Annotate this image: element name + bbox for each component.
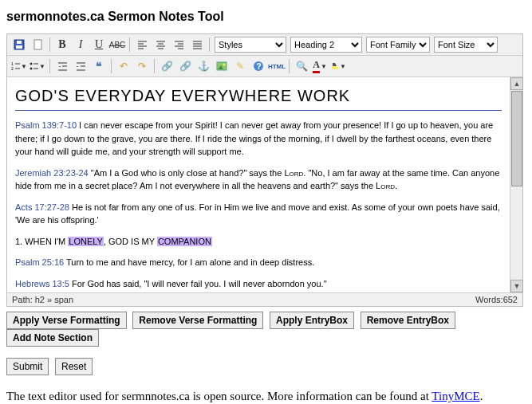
save-icon[interactable] (10, 36, 28, 53)
svg-point-24 (30, 62, 33, 65)
word-count: Words:652 (475, 295, 518, 304)
forecolor-button[interactable]: A▼ (311, 57, 329, 75)
help-button[interactable]: ? (250, 57, 267, 75)
format-select[interactable]: Heading 2 (290, 37, 362, 53)
undo-button[interactable]: ↶ (115, 57, 132, 75)
verse-paragraph: Acts 17:27-28 He is not far from any one… (15, 201, 502, 227)
entry-box: LONELY (68, 237, 104, 246)
align-justify-button[interactable] (188, 36, 206, 53)
verse-ref: Jeremiah 23:23-24 (15, 168, 89, 178)
verse-ref: Psalm 25:16 (15, 257, 64, 267)
svg-rect-3 (34, 40, 41, 49)
font-family-select[interactable]: Font Family (366, 37, 430, 53)
svg-marker-42 (333, 63, 337, 66)
find-button[interactable]: 🔍 (293, 57, 310, 75)
indent-button[interactable] (72, 57, 89, 75)
verse-paragraph: Psalm 139:7-10 I can never escape from y… (15, 119, 502, 159)
content-area: GOD'S EVERYDAY EVERYWHERE WORK Psalm 139… (7, 77, 522, 292)
newdoc-icon[interactable] (29, 36, 46, 53)
styles-select[interactable]: Styles (215, 37, 286, 53)
tinymce-link[interactable]: TinyMCE (432, 390, 479, 402)
align-center-button[interactable] (152, 36, 169, 53)
svg-marker-33 (77, 66, 79, 67)
apply-entrybox-button[interactable]: Apply EntryBox (270, 312, 354, 329)
apply-verse-button[interactable]: Apply Verse Formatting (6, 312, 127, 329)
italic-button[interactable]: I (72, 36, 89, 53)
separator (209, 37, 210, 52)
align-left-button[interactable] (133, 36, 151, 53)
blockquote-button[interactable]: ❝ (90, 57, 108, 75)
verse-paragraph: Jeremiah 23:23-24 "Am I a God who is onl… (15, 167, 502, 193)
add-note-section-button[interactable]: Add Note Section (6, 329, 99, 347)
anchor-button[interactable]: ⚓ (195, 57, 212, 75)
redo-button[interactable]: ↷ (133, 57, 151, 75)
toolbar-row-2: 12▼ ▼ ❝ ↶ ↷ 🔗 🔗 ⚓ ✎ ? HTML 🔍 A▼ ▼ (7, 56, 522, 77)
unordered-list-button[interactable]: ▼ (29, 57, 46, 75)
remove-verse-button[interactable]: Remove Verse Formatting (132, 312, 263, 329)
verse-ref: Psalm 139:7-10 (15, 120, 77, 130)
submit-button[interactable]: Submit (6, 358, 49, 375)
link-button[interactable]: 🔗 (158, 57, 175, 75)
svg-marker-29 (58, 66, 61, 67)
separator (129, 37, 130, 52)
separator (49, 59, 50, 73)
scroll-thumb[interactable] (511, 91, 522, 186)
remove-entrybox-button[interactable]: Remove EntryBox (361, 312, 455, 329)
editor-content[interactable]: GOD'S EVERYDAY EVERYWHERE WORK Psalm 139… (7, 77, 510, 292)
svg-rect-41 (332, 66, 338, 69)
align-right-button[interactable] (170, 36, 187, 53)
backcolor-button[interactable]: ▼ (329, 57, 347, 75)
separator (154, 59, 155, 73)
ordered-list-button[interactable]: 12▼ (10, 57, 28, 75)
svg-rect-2 (17, 41, 22, 44)
bold-button[interactable]: B (53, 36, 71, 53)
scroll-down-button[interactable]: ▼ (510, 280, 523, 292)
verse-paragraph: Hebrews 13:5 For God has said, "I will n… (15, 277, 502, 291)
underline-button[interactable]: U (90, 36, 108, 53)
verse-ref: Acts 17:27-28 (15, 202, 69, 212)
editor: B I U ABC Styles Heading 2 Font Family F… (6, 33, 523, 307)
font-size-select[interactable]: Font Size (434, 37, 498, 53)
svg-point-25 (30, 67, 33, 69)
strikethrough-button[interactable]: ABC (108, 36, 126, 53)
svg-point-37 (223, 64, 226, 66)
fill-in-line: 1. WHEN I'M LONELY, GOD IS MY COMPANION (15, 235, 502, 249)
status-bar: Path: h2 » span Words:652 (7, 292, 522, 306)
vertical-scrollbar[interactable]: ▲ ▼ (510, 77, 522, 292)
entry-box: COMPANION (157, 237, 212, 246)
image-button[interactable] (213, 57, 231, 75)
svg-text:?: ? (257, 62, 262, 71)
form-buttons: Submit Reset (6, 358, 526, 375)
page-title: sermonnotes.ca Sermon Notes Tool (6, 10, 526, 24)
separator (289, 59, 290, 73)
svg-text:2: 2 (11, 66, 14, 71)
action-buttons: Apply Verse Formatting Remove Verse Form… (6, 312, 526, 347)
reset-button[interactable]: Reset (55, 358, 93, 375)
svg-rect-1 (16, 45, 22, 49)
separator (111, 59, 112, 73)
element-path[interactable]: Path: h2 » span (12, 295, 73, 304)
cleanup-button[interactable]: ✎ (231, 57, 249, 75)
scroll-up-button[interactable]: ▲ (510, 77, 523, 90)
html-button[interactable]: HTML (268, 57, 286, 75)
toolbar-row-1: B I U ABC Styles Heading 2 Font Family F… (7, 34, 522, 56)
unlink-button[interactable]: 🔗 (176, 57, 194, 75)
footnote: The text editor used for sermnnotes.ca i… (6, 390, 526, 403)
sermon-heading: GOD'S EVERYDAY EVERYWHERE WORK (15, 87, 502, 105)
verse-ref: Hebrews 13:5 (15, 279, 69, 288)
heading-rule (15, 110, 502, 111)
verse-paragraph: Psalm 25:16 Turn to me and have mercy, f… (15, 256, 502, 269)
separator (49, 37, 50, 52)
outdent-button[interactable] (53, 57, 71, 75)
